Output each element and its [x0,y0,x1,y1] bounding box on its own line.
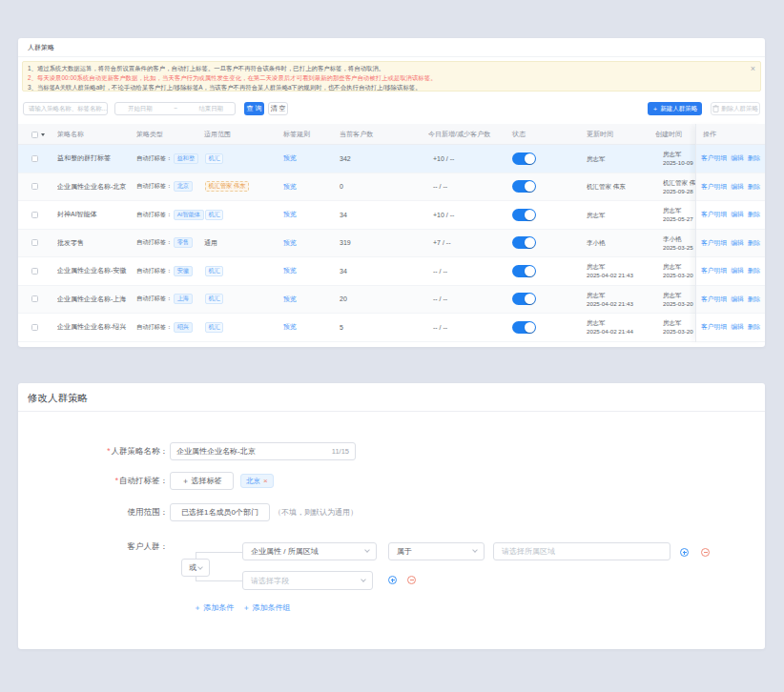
delete-link[interactable]: 删除 [748,210,761,219]
strategy-type: 自动打标签：零售 [136,230,203,257]
edit-link[interactable]: 编辑 [731,266,744,275]
edit-link[interactable]: 编辑 [731,153,744,163]
type-prefix: 自动打标签： [136,295,172,303]
detail-link[interactable]: 客户明细 [701,266,727,275]
status-toggle[interactable] [512,293,536,305]
add-condition-group-link[interactable]: ＋ 添加条件组 [242,602,290,613]
select-all-checkbox[interactable] [31,132,38,138]
add-condition2-icon[interactable] [388,576,397,584]
remove-condition-icon[interactable] [701,548,710,557]
scope-select-button[interactable]: 已选择1名成员0个部门 [170,503,270,521]
delete-link[interactable]: 删除 [748,322,761,332]
preview-link[interactable]: 预览 [283,210,297,219]
select-tag-button[interactable]: ＋ 选择标签 [170,472,234,490]
status-toggle[interactable] [512,265,536,277]
preview-link[interactable]: 预览 [283,153,297,163]
delete-link[interactable]: 删除 [748,295,761,304]
updater-name: 机汇管家 伟东 [587,182,626,191]
type-prefix: 自动打标签： [136,211,172,219]
condition-value-input[interactable]: 请选择所属区域 [493,542,671,560]
detail-link[interactable]: 客户明细 [701,238,727,248]
keyword-input[interactable]: 请输入策略名称、标签名称... [23,102,108,115]
table-row[interactable]: 企业属性企业名称-北京 自动打标签：北京 机汇管家 伟东 预览 0 -- / -… [18,173,765,202]
table-row[interactable]: 企业属性企业名称-上海 自动打标签：上海 机汇 预览 20 -- / -- 房志… [18,286,765,315]
rule-cell: 预览 [283,201,337,229]
condition-field-select[interactable]: 企业属性 / 所属区域 [242,542,377,560]
clear-button[interactable]: 清 空 [268,102,288,115]
status-toggle[interactable] [512,180,536,193]
update-cell: 房志军 [587,145,661,173]
condition-field2-select[interactable]: 请选择字段 [242,571,373,590]
strategy-name: 企业属性企业名称-北京 [57,173,135,201]
status-toggle[interactable] [512,321,536,334]
table-row[interactable]: 封神AI智能体 自动打标签：AI智能体 机汇 预览 34 +10 / -- 房志… [18,201,765,230]
scope-tag-chip: 机汇 [205,294,223,304]
detail-link[interactable]: 客户明细 [701,210,727,219]
preview-link[interactable]: 预览 [283,266,297,275]
operation-cell: 客户明细编辑删除 [701,145,764,173]
delete-link[interactable]: 删除 [748,182,761,192]
type-prefix: 自动打标签： [136,182,172,191]
updater-name: 房志军 [587,154,606,163]
status-toggle[interactable] [512,209,536,221]
table-row[interactable]: 益和整的群打标签 自动打标签：益和整 机汇 预览 342 +10 / -- 房志… [18,145,765,173]
row-checkbox[interactable] [31,268,38,275]
row-checkbox[interactable] [31,295,38,302]
delete-strategy-button[interactable]: 删除人群策略 [711,102,760,115]
type-tag-chip: 安徽 [174,266,192,276]
type-tag-chip: 益和整 [174,153,198,164]
preview-link[interactable]: 预览 [283,182,297,192]
row-checkbox[interactable] [31,183,38,190]
condition-operator-select[interactable]: 属于 [388,542,485,560]
strategy-type: 自动打标签：安徽 [136,257,203,285]
tag-remove-icon[interactable]: × [263,477,268,485]
add-condition-link[interactable]: ＋ 添加条件 [194,602,234,613]
header-checkbox-cell [31,124,45,145]
updater-name: 房志军 [587,318,633,327]
detail-link[interactable]: 客户明细 [701,182,727,192]
detail-link[interactable]: 客户明细 [701,295,727,304]
edit-link[interactable]: 编辑 [731,322,744,332]
row-checkbox[interactable] [31,212,38,218]
remove-condition2-icon[interactable] [407,576,416,584]
scope-cell: 机汇管家 伟东 [204,173,282,201]
query-button[interactable]: 查 询 [244,102,264,115]
edit-link[interactable]: 编辑 [731,210,744,219]
status-toggle[interactable] [512,153,536,165]
updater-name: 房志军 [587,211,606,219]
logic-operator-select[interactable]: 或 [181,559,210,577]
strategy-name: 益和整的群打标签 [57,145,135,173]
row-checkbox[interactable] [31,239,38,246]
delete-link[interactable]: 删除 [748,238,761,248]
select-dropdown-caret-icon[interactable] [41,133,45,136]
detail-link[interactable]: 客户明细 [701,322,727,332]
status-cell [512,173,569,201]
table-row[interactable]: 企业属性企业名称-绍兴 自动打标签：绍兴 机汇 预览 5 -- / -- 房志军… [18,314,765,342]
creator-name: 房志军 [663,206,693,214]
status-toggle[interactable] [512,236,536,249]
new-strategy-button[interactable]: ＋ 新建人群策略 [648,102,702,115]
delete-link[interactable]: 删除 [748,153,761,163]
row-checkbox[interactable] [31,324,38,331]
table-header: 策略名称 策略类型 适用范围 标签规则 当前客户数 今日新增/减少客户数 状态 … [18,124,765,145]
today-change: +10 / -- [428,201,505,229]
edit-link[interactable]: 编辑 [731,182,744,192]
delete-link[interactable]: 删除 [748,266,761,275]
preview-link[interactable]: 预览 [283,322,297,332]
table-row[interactable]: 批发零售 自动打标签：零售 通用 预览 319 +7 / -- 李小艳 李小艳2… [18,230,765,258]
row-checkbox[interactable] [31,155,38,162]
edit-link[interactable]: 编辑 [731,238,744,248]
edit-link[interactable]: 编辑 [731,295,744,304]
notice-close-icon[interactable]: × [751,65,755,73]
detail-link[interactable]: 客户明细 [701,153,727,163]
table-row[interactable]: 企业属性企业名称-安徽 自动打标签：安徽 机汇 预览 34 -- / -- 房志… [18,257,765,286]
updater-name: 房志军 [587,291,633,299]
create-date: 2025-10-09 [663,158,693,167]
rule-cell: 预览 [283,230,337,257]
preview-link[interactable]: 预览 [283,238,297,248]
strategy-name-input[interactable]: 企业属性企业名称-北京 11/15 [170,442,356,460]
date-range-picker[interactable]: 开始日期 ~ 结束日期 [114,102,236,115]
add-condition-icon[interactable] [680,548,689,557]
preview-link[interactable]: 预览 [283,295,297,304]
update-cell: 房志军2025-04-02 21:44 [587,314,661,341]
